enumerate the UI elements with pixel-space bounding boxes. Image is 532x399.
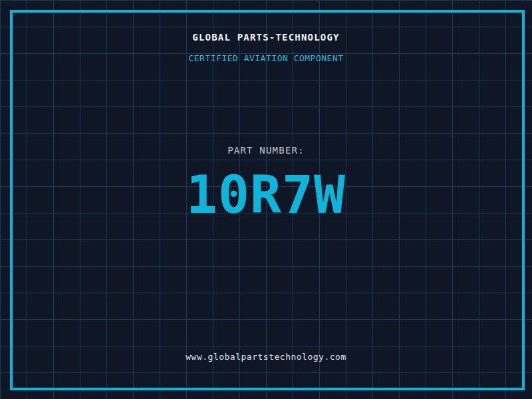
certification-subtitle: CERTIFIED AVIATION COMPONENT bbox=[0, 53, 532, 63]
website-url: www.globalpartstechnology.com bbox=[0, 352, 532, 362]
part-number-label: PART NUMBER: bbox=[0, 145, 532, 156]
part-label-page: GLOBAL PARTS-TECHNOLOGY CERTIFIED AVIATI… bbox=[0, 0, 532, 399]
part-number-value: 10R7W bbox=[0, 169, 532, 221]
company-title: GLOBAL PARTS-TECHNOLOGY bbox=[0, 32, 532, 43]
